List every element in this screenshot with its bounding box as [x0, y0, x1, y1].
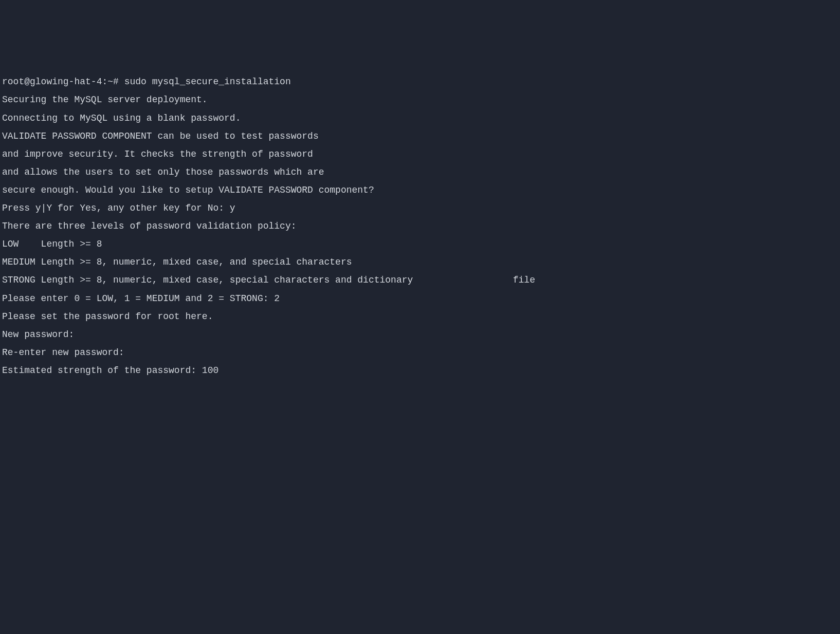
output-line: and allows the users to set only those p…	[2, 163, 838, 181]
output-line: Please enter 0 = LOW, 1 = MEDIUM and 2 =…	[2, 290, 838, 308]
shell-prompt: root@glowing-hat-4:~#	[2, 77, 124, 87]
output-line: There are three levels of password valid…	[2, 217, 838, 235]
output-line: Please set the password for root here.	[2, 308, 838, 326]
output-line: MEDIUM Length >= 8, numeric, mixed case,…	[2, 253, 838, 271]
output-line: Press y|Y for Yes, any other key for No:…	[2, 199, 838, 217]
terminal-window[interactable]: root@glowing-hat-4:~# sudo mysql_secure_…	[2, 73, 838, 380]
command-line: root@glowing-hat-4:~# sudo mysql_secure_…	[2, 73, 838, 91]
output-line: VALIDATE PASSWORD COMPONENT can be used …	[2, 127, 838, 145]
output-line: STRONG Length >= 8, numeric, mixed case,…	[2, 271, 838, 289]
output-line: Securing the MySQL server deployment.	[2, 91, 838, 109]
output-line: New password:	[2, 326, 838, 344]
output-line: Estimated strength of the password: 100	[2, 362, 838, 380]
output-line: secure enough. Would you like to setup V…	[2, 181, 838, 199]
output-line: LOW Length >= 8	[2, 235, 838, 253]
typed-command: sudo mysql_secure_installation	[124, 77, 291, 87]
output-line: Re-enter new password:	[2, 344, 838, 362]
output-line: and improve security. It checks the stre…	[2, 145, 838, 163]
output-line: Connecting to MySQL using a blank passwo…	[2, 109, 838, 127]
